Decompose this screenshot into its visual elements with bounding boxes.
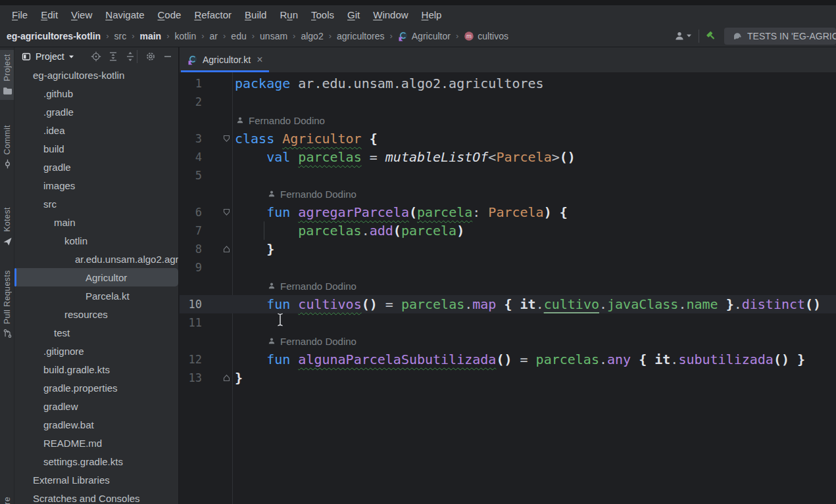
sidebar-item-commit[interactable]: Commit [0,121,14,173]
line-number[interactable]: 11 [180,316,202,329]
breadcrumb-eg-agricultores-kotlin[interactable]: eg-agricultores-kotlin [7,31,101,41]
line-number[interactable]: 2 [180,95,202,108]
tree-item-ar-edu-unsam-algo2-agri[interactable]: ar.edu.unsam.algo2.agri [14,250,178,268]
tree-item-readme-md[interactable]: README.md [14,434,178,452]
tree-item-main[interactable]: main [14,213,178,231]
menu-git[interactable]: Git [341,7,366,22]
code-line-2[interactable]: 2 [180,93,836,111]
tree-item-gitignore[interactable]: .gitignore [14,342,178,360]
code-line-5[interactable]: 5 [180,166,836,185]
user-account-button[interactable] [674,31,692,41]
menu-window[interactable]: Window [366,7,414,22]
tree-item-gradlew[interactable]: gradlew [14,397,178,415]
collapse-all-button[interactable] [124,51,135,62]
expand-all-button[interactable] [107,51,118,62]
gear-icon[interactable] [145,51,156,62]
fold-open-icon[interactable] [223,135,230,143]
fold-open-icon[interactable] [223,208,230,216]
tree-item-settings-gradle-kts[interactable]: settings.gradle.kts [14,452,178,470]
tree-item-resources[interactable]: resources [14,305,178,323]
menu-edit[interactable]: Edit [34,7,64,22]
tree-item-github[interactable]: .github [14,84,178,103]
line-number[interactable]: 9 [180,261,202,274]
code-line-4[interactable]: 4 val parcelas = mutableListOf<Parcela>(… [180,148,836,166]
line-number[interactable]: 7 [180,224,202,237]
tree-item-kotlin[interactable]: kotlin [14,231,178,250]
code-line-12[interactable]: 12 fun algunaParcelaSubutilizada() = par… [180,350,836,369]
code-line-10[interactable]: 10 fun cultivos() = parcelas.map { it.cu… [180,295,836,313]
code-line-1[interactable]: 1package ar.edu.unsam.algo2.agricultores [180,74,836,93]
breadcrumb-ar[interactable]: ar [210,31,218,41]
tree-item-external-libraries[interactable]: External Libraries [14,470,178,489]
sidebar-item-pull-requests[interactable]: Pull Requests [0,266,14,342]
breadcrumb-algo2[interactable]: algo2 [301,31,323,41]
fold-marker-open[interactable] [202,203,232,221]
build-hammer-icon[interactable] [706,31,716,41]
menu-tools[interactable]: Tools [305,7,341,22]
project-view-selector[interactable]: Project [21,51,74,62]
tree-item-build-gradle-kts[interactable]: build.gradle.kts [14,360,178,378]
menu-run[interactable]: Run [273,7,305,22]
menu-code[interactable]: Code [151,7,188,22]
run-configuration-chip[interactable]: TESTS IN 'EG-AGRICU [724,28,836,45]
tree-item-images[interactable]: images [14,176,178,195]
menu-navigate[interactable]: Navigate [99,7,151,22]
sidebar-item-project[interactable]: Project [0,50,14,100]
fold-marker-open[interactable] [202,129,232,148]
editor-tab-agricultor[interactable]: Agricultor.kt × [181,47,269,72]
menu-build[interactable]: Build [238,7,273,22]
line-number[interactable]: 1 [180,77,202,90]
fold-marker-close[interactable] [202,369,232,387]
code-line-8[interactable]: 8 } [180,240,836,258]
line-number[interactable]: 3 [180,132,202,145]
menu-help[interactable]: Help [415,7,449,22]
tree-item-agricultor[interactable]: Agricultor [14,268,178,286]
tree-item-src[interactable]: src [14,195,178,213]
sidebar-item-structure[interactable]: Structure [0,493,14,504]
tree-item-gradle[interactable]: .gradle [14,103,178,121]
menu-refactor[interactable]: Refactor [187,7,238,22]
line-number[interactable]: 6 [180,206,202,219]
menu-view[interactable]: View [64,7,99,22]
line-number[interactable]: 10 [180,298,202,311]
line-number[interactable]: 4 [180,150,202,164]
close-tab-icon[interactable]: × [257,55,262,65]
line-number[interactable]: 13 [180,371,202,384]
tree-item-gradle-properties[interactable]: gradle.properties [14,378,178,397]
code-line-6[interactable]: 6 fun agregarParcela(parcela: Parcela) { [180,203,836,221]
select-opened-file-button[interactable] [90,51,101,62]
fold-close-icon[interactable] [223,245,230,253]
code-line-7[interactable]: 7 parcelas.add(parcela) [180,221,836,240]
breadcrumb-agricultores[interactable]: agricultores [337,31,384,41]
tree-item-parcela-kt[interactable]: Parcela.kt [14,286,178,305]
breadcrumb-kotlin[interactable]: kotlin [175,31,197,41]
tree-item-scratches-and-consoles[interactable]: Scratches and Consoles [14,489,178,504]
breadcrumb-cultivos[interactable]: mcultivos [464,31,508,41]
code-editor[interactable]: 1package ar.edu.unsam.algo2.agricultores… [180,72,836,504]
line-number[interactable]: 8 [180,242,202,256]
sidebar-item-kotest[interactable]: Kotest [0,203,14,250]
author-inlay-hint[interactable]: Fernando Dodino [180,277,836,295]
tree-item-gradle[interactable]: gradle [14,158,178,176]
fold-marker-close[interactable] [202,240,232,258]
hide-panel-button[interactable] [162,51,173,62]
tree-item-build[interactable]: build [14,139,178,158]
fold-close-icon[interactable] [223,374,230,382]
author-inlay-hint[interactable]: Fernando Dodino [180,332,836,350]
breadcrumb-agricultor[interactable]: Agricultor [398,31,451,41]
author-inlay-hint[interactable]: Fernando Dodino [180,111,836,129]
breadcrumb-edu[interactable]: edu [231,31,246,41]
breadcrumb-main[interactable]: main [140,31,162,41]
tree-item-eg-agricultores-kotlin[interactable]: eg-agricultores-kotlin [14,66,178,84]
tree-item-idea[interactable]: .idea [14,121,178,139]
author-inlay-hint[interactable]: Fernando Dodino [180,185,836,203]
tree-item-gradlew-bat[interactable]: gradlew.bat [14,415,178,434]
code-line-3[interactable]: 3class Agricultor { [180,129,836,148]
code-line-13[interactable]: 13} [180,369,836,387]
line-number[interactable]: 12 [180,353,202,366]
menu-file[interactable]: File [5,7,34,22]
line-number[interactable]: 5 [180,169,202,182]
code-line-9[interactable]: 9 [180,258,836,277]
tree-item-test[interactable]: test [14,323,178,342]
breadcrumb-src[interactable]: src [114,31,126,41]
